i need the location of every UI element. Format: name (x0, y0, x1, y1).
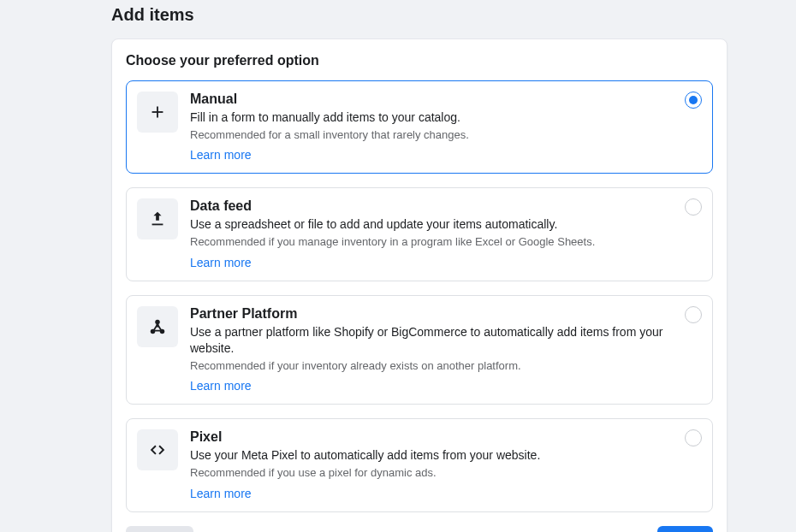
option-datafeed[interactable]: Data feed Use a spreadsheet or file to a… (126, 187, 713, 281)
radio-partner[interactable] (685, 306, 702, 323)
next-button[interactable]: Next (657, 526, 713, 532)
network-icon (137, 306, 178, 347)
option-partner[interactable]: Partner Platform Use a partner platform … (126, 295, 713, 405)
option-reco: Recommended if your inventory already ex… (190, 358, 676, 374)
page-title: Add items (0, 0, 796, 38)
option-reco: Recommended if you use a pixel for dynam… (190, 465, 676, 481)
learn-more-link[interactable]: Learn more (190, 379, 252, 393)
code-icon (137, 429, 178, 470)
radio-manual[interactable] (685, 92, 702, 109)
option-title: Manual (190, 92, 676, 107)
option-reco: Recommended if you manage inventory in a… (190, 234, 676, 250)
options-card: Choose your preferred option Manual Fill… (111, 38, 728, 532)
option-desc: Use a spreadsheet or file to add and upd… (190, 216, 676, 233)
option-title: Partner Platform (190, 306, 676, 322)
option-desc: Use a partner platform like Shopify or B… (190, 324, 676, 357)
card-title: Choose your preferred option (126, 53, 713, 68)
option-reco: Recommended for a small inventory that r… (190, 127, 676, 143)
learn-more-link[interactable]: Learn more (190, 487, 252, 500)
option-pixel[interactable]: Pixel Use your Meta Pixel to automatical… (126, 418, 713, 511)
cancel-button[interactable]: Cancel (126, 526, 193, 532)
option-desc: Fill in a form to manually add items to … (190, 109, 676, 126)
learn-more-link[interactable]: Learn more (190, 148, 252, 162)
option-title: Pixel (190, 429, 676, 445)
option-manual[interactable]: Manual Fill in a form to manually add it… (126, 80, 713, 174)
option-desc: Use your Meta Pixel to automatically add… (190, 447, 676, 464)
upload-icon (137, 198, 178, 239)
option-title: Data feed (190, 198, 676, 214)
learn-more-link[interactable]: Learn more (190, 256, 252, 269)
plus-icon (137, 92, 178, 133)
